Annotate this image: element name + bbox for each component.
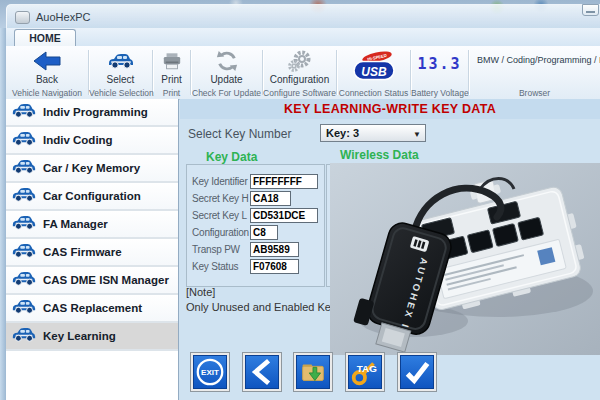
sidebar-item-label: Car Configuration: [43, 190, 141, 202]
car-logo-icon: [11, 215, 37, 233]
sidebar-item-label: CAS Firmware: [43, 246, 122, 258]
field-label: Key Status: [192, 261, 249, 272]
wireless-data-section-title: Wireless Data: [340, 148, 419, 162]
sidebar-item-indiv-programming[interactable]: Indiv Programming: [6, 99, 178, 127]
ribbon-tab-row: HOME: [6, 28, 600, 46]
select-button-label: Select: [89, 74, 152, 85]
app-icon: [15, 11, 30, 24]
voltage-display: 13.3: [411, 48, 468, 80]
key-tag-icon: TAG: [349, 355, 381, 389]
configuration-button-label: Configuration: [263, 74, 336, 85]
update-refresh-icon: [191, 48, 262, 74]
back-button-label: Back: [6, 74, 88, 85]
group-print[interactable]: Print Print: [153, 46, 190, 99]
note-heading: [Note]: [186, 286, 215, 298]
group-configure-software[interactable]: Configuration Configure Software: [263, 46, 336, 99]
sidebar-item-label: Key Learning: [43, 330, 116, 342]
group-name: Vehicle Navigation: [6, 88, 88, 98]
sidebar-item-cas-firmware[interactable]: CAS Firmware: [6, 239, 178, 267]
confirm-button[interactable]: [397, 352, 437, 392]
field-label: Transp PW: [192, 244, 249, 255]
window-title: AuoHexPC: [36, 11, 90, 23]
car-logo-icon: [11, 103, 37, 121]
group-battery-voltage: 13.3 Battery Voltage: [411, 46, 468, 99]
sidebar-item-label: Indiv Programming: [43, 106, 148, 118]
usb-logo-text: USB: [361, 64, 387, 78]
group-check-for-update[interactable]: Update Check For Update: [191, 46, 262, 99]
breadcrumb: BMW / Coding/Programming / Key L: [477, 55, 600, 65]
usb-icon: HI-SPEED USB: [337, 48, 410, 82]
group-browser: BMW / Coding/Programming / Key L Browser: [469, 46, 600, 99]
sidebar-item-cas-dme-isn-manager[interactable]: CAS DME ISN Manager: [6, 267, 178, 295]
group-connection-status[interactable]: HI-SPEED USB Connection Status: [337, 46, 410, 99]
gears-icon: [263, 48, 336, 74]
car-logo-icon: [11, 299, 37, 317]
key-data-section-title: Key Data: [206, 150, 257, 164]
checkmark-icon: [401, 355, 433, 389]
key-number-dropdown[interactable]: Key: 3 ▼: [320, 124, 426, 142]
group-name: Browser: [469, 88, 600, 98]
folder-download-icon: [297, 355, 329, 389]
exit-button[interactable]: EXIT: [190, 352, 230, 392]
print-button-label: Print: [153, 74, 190, 85]
minimize-button[interactable]: [582, 4, 599, 16]
field-label: Secret Key L: [192, 210, 249, 221]
update-button-label: Update: [191, 74, 262, 85]
tag-button-label: TAG: [357, 363, 377, 374]
field-label: Key Identifier: [192, 176, 249, 187]
key-status-field[interactable]: F07608: [250, 259, 299, 274]
key-identifier-field[interactable]: FFFFFFFF: [250, 174, 318, 189]
select-key-number-label: Select Key Number: [188, 127, 291, 141]
sidebar-item-key-learning[interactable]: Key Learning: [6, 323, 178, 351]
car-logo-icon: [11, 327, 37, 345]
car-logo-icon: [11, 271, 37, 289]
back-chevron-icon: [246, 355, 278, 389]
sidebar-item-label: Indiv Coding: [43, 134, 113, 146]
group-vehicle-navigation[interactable]: Back Vehicle Navigation: [6, 46, 88, 99]
save-data-button[interactable]: [293, 352, 333, 392]
group-vehicle-selection[interactable]: Select Vehicle Selection: [89, 46, 152, 99]
ribbon-toolbar: Back Vehicle Navigation Select Vehicle S…: [6, 46, 600, 100]
car-icon: [89, 48, 152, 74]
sidebar-item-fa-manager[interactable]: FA Manager: [6, 211, 178, 239]
car-logo-icon: [11, 243, 37, 261]
module-sidebar: Indiv Programming Indiv Coding Car / Key…: [6, 99, 179, 400]
sidebar-item-car-configuration[interactable]: Car Configuration: [6, 183, 178, 211]
autohex-device-photo: AUTOHEX II: [330, 163, 600, 355]
group-name: Check For Update: [191, 88, 262, 98]
exit-button-label: EXIT: [201, 368, 219, 377]
app-window: AuoHexPC HOME Back Vehicle Navigation Se…: [0, 0, 600, 400]
group-name: Print: [153, 88, 190, 98]
key-number-value: Key: 3: [326, 127, 359, 139]
field-label: Configuration: [192, 227, 249, 238]
configuration-field[interactable]: C8: [250, 225, 278, 240]
sidebar-item-cas-replacement[interactable]: CAS Replacement: [6, 295, 178, 323]
sidebar-item-label: CAS DME ISN Manager: [43, 274, 169, 286]
group-name: Vehicle Selection: [89, 88, 152, 98]
exit-icon: EXIT: [194, 355, 226, 389]
group-name: Battery Voltage: [411, 88, 468, 98]
secret-key-h-field[interactable]: CA18: [250, 191, 291, 206]
transp-pw-field[interactable]: AB9589: [250, 242, 299, 257]
car-logo-icon: [11, 159, 37, 177]
sidebar-item-car-key-memory[interactable]: Car / Key Memory: [6, 155, 178, 183]
back-step-button[interactable]: [242, 352, 282, 392]
title-bar[interactable]: AuoHexPC: [6, 4, 600, 29]
chevron-down-icon: ▼: [413, 130, 421, 139]
secret-key-l-field[interactable]: CD531DCE: [250, 208, 318, 223]
back-arrow-icon: [6, 48, 88, 74]
sidebar-item-indiv-coding[interactable]: Indiv Coding: [6, 127, 178, 155]
car-logo-icon: [11, 187, 37, 205]
note-text: Only Unused and Enabled Keys: [186, 301, 342, 313]
battery-voltage-value: 13.3: [417, 55, 461, 73]
tab-home[interactable]: HOME: [14, 29, 76, 47]
sidebar-item-label: Car / Key Memory: [43, 162, 140, 174]
sidebar-item-label: FA Manager: [43, 218, 108, 230]
page-title: KEY LEARNING-WRITE KEY DATA: [180, 99, 600, 119]
car-logo-icon: [11, 131, 37, 149]
tag-button[interactable]: TAG: [345, 352, 385, 392]
group-name: Configure Software: [263, 88, 336, 98]
printer-icon: [153, 48, 190, 74]
sidebar-item-label: CAS Replacement: [43, 302, 142, 314]
field-label: Secret Key H: [192, 193, 249, 204]
